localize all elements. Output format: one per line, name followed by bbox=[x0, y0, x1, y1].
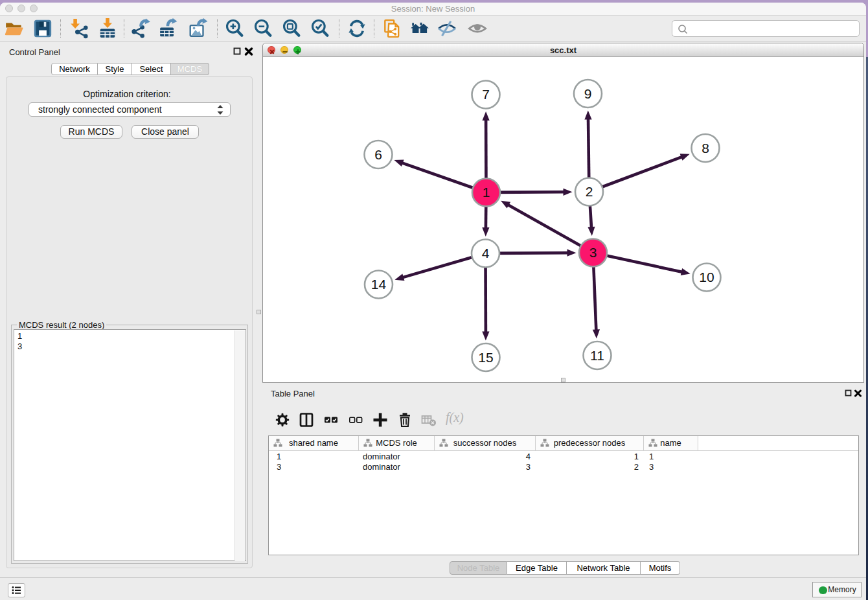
svg-text:6: 6 bbox=[374, 147, 382, 162]
svg-text:8: 8 bbox=[702, 141, 709, 156]
svg-text:10: 10 bbox=[699, 270, 714, 284]
svg-text:15: 15 bbox=[478, 350, 493, 365]
svg-text:11: 11 bbox=[590, 348, 604, 363]
svg-text:4: 4 bbox=[482, 246, 490, 260]
svg-text:2: 2 bbox=[586, 184, 593, 199]
svg-text:7: 7 bbox=[482, 87, 490, 102]
svg-text:1: 1 bbox=[483, 185, 490, 200]
svg-text:9: 9 bbox=[584, 86, 592, 101]
svg-text:14: 14 bbox=[371, 277, 387, 292]
svg-text:3: 3 bbox=[589, 245, 597, 260]
